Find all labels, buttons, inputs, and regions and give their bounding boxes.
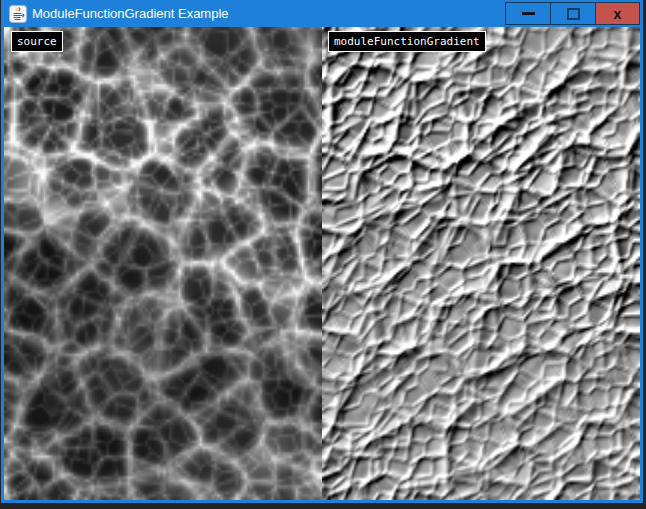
app-window: ModuleFunctionGradient Example x source … <box>1 0 643 503</box>
minimize-button[interactable] <box>505 2 550 25</box>
source-image <box>4 27 322 500</box>
source-panel: source <box>4 27 322 500</box>
close-button[interactable]: x <box>595 2 640 25</box>
content-area: source moduleFunctionGradient <box>4 27 640 500</box>
gradient-image <box>322 27 640 500</box>
gradient-panel: moduleFunctionGradient <box>322 27 640 500</box>
java-coffee-cup-icon <box>9 5 27 23</box>
window-controls: x <box>505 2 640 25</box>
minimize-icon <box>522 12 535 15</box>
close-icon: x <box>614 7 622 21</box>
source-label: source <box>11 31 63 52</box>
gradient-label: moduleFunctionGradient <box>328 31 486 52</box>
maximize-icon <box>567 8 580 20</box>
maximize-button[interactable] <box>550 2 595 25</box>
